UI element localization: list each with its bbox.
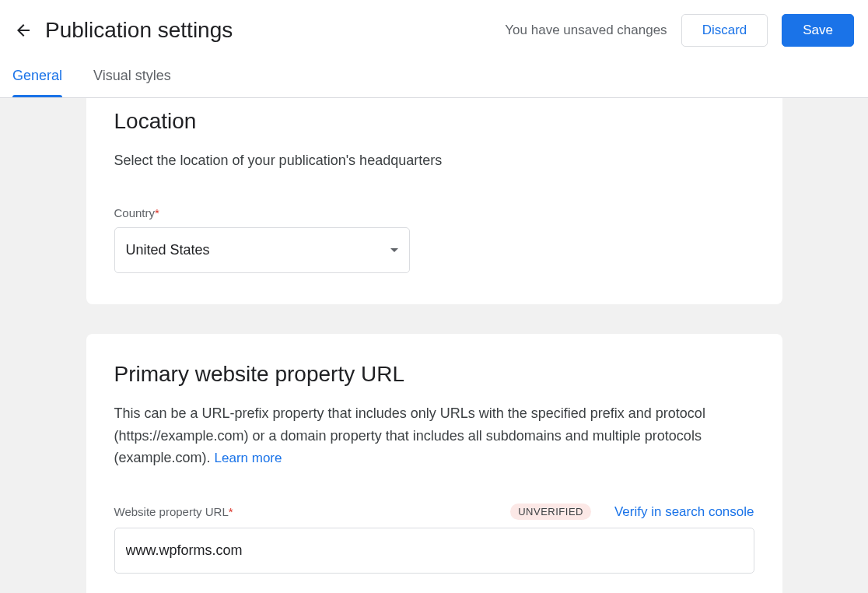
chevron-down-icon bbox=[390, 248, 398, 252]
tab-general[interactable]: General bbox=[12, 60, 62, 97]
location-card: Location Select the location of your pub… bbox=[86, 98, 782, 304]
primary-url-title: Primary website property URL bbox=[114, 362, 754, 387]
header: Publication settings You have unsaved ch… bbox=[0, 0, 868, 60]
url-field-label-text: Website property URL bbox=[114, 505, 229, 518]
location-title: Location bbox=[114, 109, 754, 134]
url-field-right: UNVERIFIED Verify in search console bbox=[510, 504, 754, 520]
back-arrow-icon[interactable] bbox=[14, 21, 33, 40]
header-left: Publication settings bbox=[14, 18, 233, 43]
country-select-wrapper: United States bbox=[114, 227, 410, 273]
primary-url-card: Primary website property URL This can be… bbox=[86, 334, 782, 593]
country-label: Country* bbox=[114, 206, 754, 219]
country-select[interactable]: United States bbox=[114, 227, 410, 273]
country-label-text: Country bbox=[114, 206, 156, 219]
learn-more-link[interactable]: Learn more bbox=[215, 451, 282, 465]
page-title: Publication settings bbox=[45, 18, 233, 43]
primary-url-subtitle: This can be a URL-prefix property that i… bbox=[114, 402, 754, 469]
header-right: You have unsaved changes Discard Save bbox=[505, 14, 854, 47]
location-subtitle: Select the location of your publication'… bbox=[114, 149, 754, 172]
country-select-value: United States bbox=[126, 242, 210, 258]
url-field-header: Website property URL* UNVERIFIED Verify … bbox=[114, 504, 754, 520]
unsaved-changes-text: You have unsaved changes bbox=[505, 23, 667, 38]
website-url-input[interactable] bbox=[114, 528, 754, 574]
content-area: Location Select the location of your pub… bbox=[0, 98, 868, 593]
primary-url-subtitle-text: This can be a URL-prefix property that i… bbox=[114, 405, 705, 466]
save-button[interactable]: Save bbox=[782, 14, 854, 47]
url-field-label: Website property URL* bbox=[114, 505, 233, 518]
unverified-badge: UNVERIFIED bbox=[510, 504, 591, 520]
tabs-bar: General Visual styles bbox=[0, 60, 868, 98]
tab-visual-styles[interactable]: Visual styles bbox=[93, 60, 171, 97]
required-star: * bbox=[229, 505, 233, 518]
required-star: * bbox=[155, 206, 159, 219]
verify-search-console-link[interactable]: Verify in search console bbox=[614, 504, 754, 520]
discard-button[interactable]: Discard bbox=[681, 14, 768, 47]
